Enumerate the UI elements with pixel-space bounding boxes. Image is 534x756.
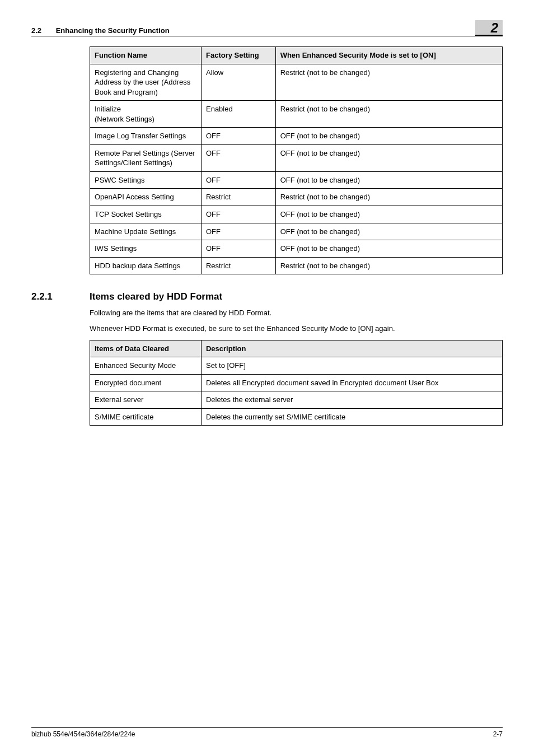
table-cell: TCP Socket Settings — [90, 206, 202, 223]
table-row: Remote Panel Settings (Server Settings/C… — [90, 144, 503, 171]
header-left: 2.2 Enhancing the Security Function — [31, 26, 170, 35]
table-row: OpenAPI Access SettingRestrictRestrict (… — [90, 189, 503, 206]
table-cell: Image Log Transfer Settings — [90, 128, 202, 145]
table-cell: Restrict (not to be changed) — [275, 257, 502, 274]
subsection-heading: 2.2.1 Items cleared by HDD Format — [31, 291, 503, 302]
table-row: Machine Update SettingsOFFOFF (not to be… — [90, 223, 503, 240]
table-cell: Machine Update Settings — [90, 223, 202, 240]
table-header-row: Function Name Factory Setting When Enhan… — [90, 47, 503, 64]
table-cell: Deletes the external server — [201, 391, 502, 409]
subsection-number: 2.2.1 — [31, 291, 90, 302]
table-cell: OFF — [201, 223, 275, 240]
table-cell: Restrict (not to be changed) — [275, 64, 502, 101]
header-section-title: Enhancing the Security Function — [56, 26, 170, 35]
table-cell: Set to [OFF] — [201, 357, 502, 375]
table-cell: IWS Settings — [90, 240, 202, 258]
table-cell: Restrict (not to be changed) — [275, 189, 502, 206]
col-header: Items of Data Cleared — [90, 340, 202, 357]
table-cell: OFF (not to be changed) — [275, 240, 502, 258]
table-row: Encrypted documentDeletes all Encrypted … — [90, 374, 503, 391]
table-cell: OFF — [201, 206, 275, 223]
table-cell: OFF — [201, 240, 275, 258]
table-cell: Allow — [201, 64, 275, 101]
table-header-row: Items of Data Cleared Description — [90, 340, 503, 357]
table-cell: PSWC Settings — [90, 171, 202, 189]
table-cell: Restrict — [201, 257, 275, 274]
table-cell: Encrypted document — [90, 374, 202, 391]
table-row: TCP Socket SettingsOFFOFF (not to be cha… — [90, 206, 503, 223]
table-cell: OpenAPI Access Setting — [90, 189, 202, 206]
function-settings-table: Function Name Factory Setting When Enhan… — [90, 46, 503, 274]
table-cell: OFF (not to be changed) — [275, 206, 502, 223]
table-row: Image Log Transfer SettingsOFFOFF (not t… — [90, 128, 503, 145]
col-header: Description — [201, 340, 502, 357]
table-row: S/MIME certificateDeletes the currently … — [90, 408, 503, 426]
table-cell: OFF — [201, 128, 275, 145]
col-header: Function Name — [90, 47, 202, 64]
subsection-title: Items cleared by HDD Format — [90, 291, 222, 302]
table-cell: Remote Panel Settings (Server Settings/C… — [90, 144, 202, 171]
paragraph: Whenever HDD Format is executed, be sure… — [90, 324, 503, 334]
table-cell: Deletes all Encrypted document saved in … — [201, 374, 502, 391]
table-row: HDD backup data SettingsRestrictRestrict… — [90, 257, 503, 274]
table-row: External serverDeletes the external serv… — [90, 391, 503, 409]
header-section-number: 2.2 — [31, 26, 41, 35]
table-cell: S/MIME certificate — [90, 408, 202, 426]
table-row: PSWC SettingsOFFOFF (not to be changed) — [90, 171, 503, 189]
chapter-number-badge: 2 — [475, 20, 503, 36]
table-row: Registering and Changing Address by the … — [90, 64, 503, 101]
footer-left: bizhub 554e/454e/364e/284e/224e — [31, 730, 135, 738]
footer-right: 2-7 — [493, 730, 503, 738]
table-cell: OFF — [201, 144, 275, 171]
table-cell: OFF — [201, 171, 275, 189]
table-cell: OFF (not to be changed) — [275, 171, 502, 189]
page-footer: bizhub 554e/454e/364e/284e/224e 2-7 — [31, 727, 503, 738]
col-header: When Enhanced Security Mode is set to [O… — [275, 47, 502, 64]
table-cell: OFF (not to be changed) — [275, 144, 502, 171]
table-cell: Restrict (not to be changed) — [275, 101, 502, 128]
table-cell: Enhanced Security Mode — [90, 357, 202, 375]
table-row: Initialize (Network Settings)EnabledRest… — [90, 101, 503, 128]
items-cleared-table: Items of Data Cleared Description Enhanc… — [90, 340, 503, 426]
paragraph: Following are the items that are cleared… — [90, 308, 503, 318]
table-cell: Registering and Changing Address by the … — [90, 64, 202, 101]
page-header: 2.2 Enhancing the Security Function 2 — [31, 20, 503, 36]
table-cell: OFF (not to be changed) — [275, 223, 502, 240]
table-row: IWS SettingsOFFOFF (not to be changed) — [90, 240, 503, 258]
table-cell: Restrict — [201, 189, 275, 206]
col-header: Factory Setting — [201, 47, 275, 64]
chapter-number: 2 — [491, 20, 498, 35]
table-cell: Enabled — [201, 101, 275, 128]
table-cell: OFF (not to be changed) — [275, 128, 502, 145]
table-cell: Initialize (Network Settings) — [90, 101, 202, 128]
table-cell: Deletes the currently set S/MIME certifi… — [201, 408, 502, 426]
table-row: Enhanced Security ModeSet to [OFF] — [90, 357, 503, 375]
table-cell: External server — [90, 391, 202, 409]
table-cell: HDD backup data Settings — [90, 257, 202, 274]
